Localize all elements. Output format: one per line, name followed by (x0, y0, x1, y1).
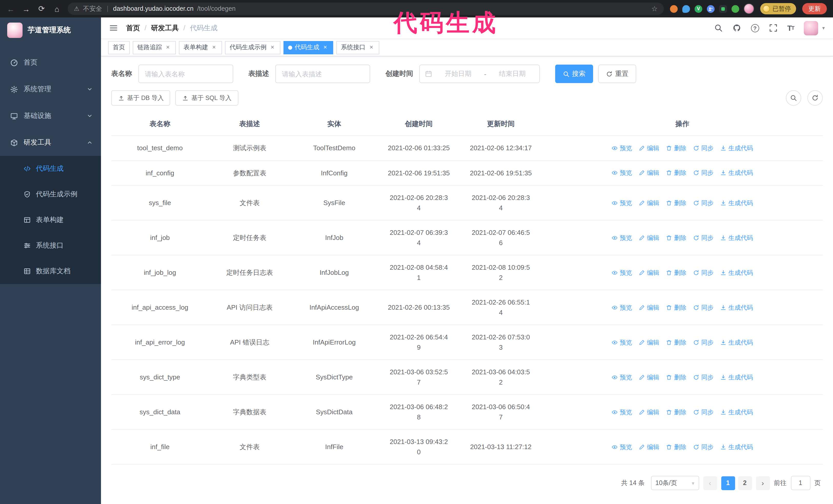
sidebar-item-codegen[interactable]: 代码生成 (0, 156, 101, 182)
help-icon[interactable]: ? (751, 24, 759, 32)
action-sync[interactable]: 同步 (693, 442, 714, 452)
tab-codegen-example[interactable]: 代码生成示例× (225, 41, 280, 54)
action-sync[interactable]: 同步 (693, 233, 714, 242)
action-preview[interactable]: 预览 (612, 233, 632, 242)
font-size-icon[interactable]: TT (787, 24, 794, 32)
sidebar-item-home[interactable]: 首页 (0, 49, 101, 76)
action-delete[interactable]: 删除 (666, 168, 686, 178)
action-generate[interactable]: 生成代码 (720, 373, 753, 382)
action-edit[interactable]: 编辑 (639, 407, 659, 416)
page-2[interactable]: 2 (738, 476, 752, 490)
action-edit[interactable]: 编辑 (639, 168, 659, 178)
browser-profile-avatar[interactable] (744, 4, 754, 14)
action-edit[interactable]: 编辑 (639, 338, 659, 347)
action-preview[interactable]: 预览 (612, 338, 632, 347)
action-sync[interactable]: 同步 (693, 198, 714, 208)
action-delete[interactable]: 删除 (666, 233, 686, 242)
reload-icon[interactable]: ⟳ (37, 4, 46, 13)
tab-codegen[interactable]: 代码生成× (284, 41, 333, 54)
home-icon[interactable]: ⌂ (52, 4, 62, 13)
fullscreen-icon[interactable] (769, 24, 777, 32)
tab-api[interactable]: 系统接口× (336, 41, 379, 54)
update-button[interactable]: 更新 (802, 3, 827, 14)
next-page-button[interactable]: › (756, 476, 770, 490)
tab-home[interactable]: 首页 (108, 41, 130, 54)
action-sync[interactable]: 同步 (693, 168, 714, 178)
action-generate[interactable]: 生成代码 (720, 303, 753, 312)
goto-page-input[interactable] (791, 476, 810, 490)
sidebar-item-api[interactable]: 系统接口 (0, 233, 101, 258)
action-edit[interactable]: 编辑 (639, 268, 659, 277)
tab-form-builder[interactable]: 表单构建× (179, 41, 222, 54)
extension-icon[interactable] (732, 5, 739, 13)
url-bar[interactable]: ⚠ 不安全 | dashboard.yudao.iocoder.cn/tool/… (68, 3, 664, 15)
paused-badge[interactable]: 已暂停 (760, 3, 796, 14)
action-edit[interactable]: 编辑 (639, 303, 659, 312)
action-edit[interactable]: 编辑 (639, 373, 659, 382)
action-generate[interactable]: 生成代码 (720, 198, 753, 208)
action-sync[interactable]: 同步 (693, 373, 714, 382)
action-preview[interactable]: 预览 (612, 268, 632, 277)
sidebar-item-dev-tools[interactable]: 研发工具 (0, 129, 101, 156)
action-edit[interactable]: 编辑 (639, 198, 659, 208)
action-sync[interactable]: 同步 (693, 407, 714, 416)
action-delete[interactable]: 删除 (666, 144, 686, 153)
action-delete[interactable]: 删除 (666, 198, 686, 208)
forward-icon[interactable]: → (22, 4, 31, 13)
action-preview[interactable]: 预览 (612, 442, 632, 452)
close-tab-icon[interactable]: × (269, 44, 276, 51)
prev-page-button[interactable]: ‹ (703, 476, 717, 490)
action-generate[interactable]: 生成代码 (720, 442, 753, 452)
sidebar-item-codegen-example[interactable]: 代码生成示例 (0, 182, 101, 207)
bookmark-star-icon[interactable]: ☆ (651, 5, 658, 13)
sidebar-item-form-builder[interactable]: 表单构建 (0, 207, 101, 233)
action-sync[interactable]: 同步 (693, 144, 714, 153)
hamburger-icon[interactable] (109, 24, 118, 32)
action-generate[interactable]: 生成代码 (720, 338, 753, 347)
table-name-input[interactable] (138, 65, 233, 83)
action-edit[interactable]: 编辑 (639, 442, 659, 452)
extension-icon[interactable]: V (695, 5, 702, 13)
github-icon[interactable] (732, 24, 741, 32)
sidebar-item-db-doc[interactable]: 数据库文档 (0, 258, 101, 284)
action-delete[interactable]: 删除 (666, 442, 686, 452)
extension-icon[interactable] (670, 5, 678, 13)
action-delete[interactable]: 删除 (666, 373, 686, 382)
toggle-search-button[interactable] (786, 90, 801, 105)
action-preview[interactable]: 预览 (612, 168, 632, 178)
reset-button[interactable]: 重置 (598, 65, 636, 83)
action-preview[interactable]: 预览 (612, 373, 632, 382)
page-size-select[interactable]: 10条/页 ▾ (651, 476, 699, 490)
import-sql-button[interactable]: 基于 SQL 导入 (175, 90, 238, 105)
extension-icon[interactable] (682, 5, 690, 13)
action-sync[interactable]: 同步 (693, 303, 714, 312)
sidebar-item-infra[interactable]: 基础设施 (0, 102, 101, 129)
close-tab-icon[interactable]: × (322, 44, 329, 51)
extension-icon[interactable] (707, 5, 715, 13)
action-generate[interactable]: 生成代码 (720, 144, 753, 153)
breadcrumb-item[interactable]: 研发工具 (151, 23, 179, 32)
page-1[interactable]: 1 (721, 476, 735, 490)
action-preview[interactable]: 预览 (612, 407, 632, 416)
action-delete[interactable]: 删除 (666, 407, 686, 416)
action-preview[interactable]: 预览 (612, 144, 632, 153)
close-tab-icon[interactable]: × (368, 44, 375, 51)
search-button[interactable]: 搜索 (555, 65, 593, 83)
action-delete[interactable]: 删除 (666, 303, 686, 312)
action-generate[interactable]: 生成代码 (720, 268, 753, 277)
action-generate[interactable]: 生成代码 (720, 233, 753, 242)
search-icon[interactable] (714, 24, 722, 32)
action-edit[interactable]: 编辑 (639, 233, 659, 242)
action-preview[interactable]: 预览 (612, 303, 632, 312)
refresh-table-button[interactable] (807, 90, 823, 105)
action-delete[interactable]: 删除 (666, 338, 686, 347)
import-db-button[interactable]: 基于 DB 导入 (111, 90, 170, 105)
tab-trace[interactable]: 链路追踪× (133, 41, 176, 54)
action-sync[interactable]: 同步 (693, 268, 714, 277)
sidebar-item-system[interactable]: 系统管理 (0, 76, 101, 102)
action-delete[interactable]: 删除 (666, 268, 686, 277)
action-generate[interactable]: 生成代码 (720, 407, 753, 416)
action-generate[interactable]: 生成代码 (720, 168, 753, 178)
app-logo[interactable]: 芋道管理系统 (0, 18, 101, 43)
close-tab-icon[interactable]: × (211, 44, 217, 51)
